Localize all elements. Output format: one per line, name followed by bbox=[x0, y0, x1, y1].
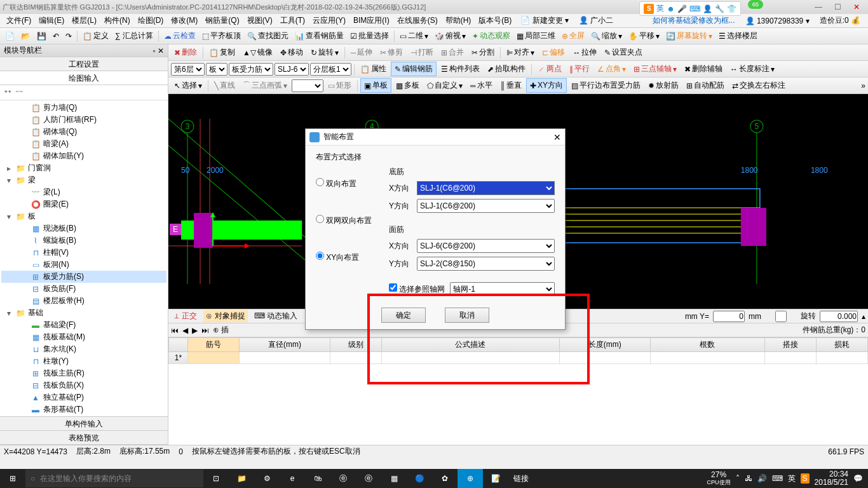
extend-button[interactable]: ─ 延伸 bbox=[348, 46, 376, 59]
tree-item[interactable]: ⌇螺旋板(B) bbox=[1, 234, 166, 247]
align-button[interactable]: ⊫ 对齐 ▾ bbox=[503, 46, 538, 59]
tree-item[interactable]: ▦筏板基础(M) bbox=[1, 331, 166, 343]
setpoint-button[interactable]: ✎ 设置夹点 bbox=[601, 46, 646, 59]
link-label[interactable]: 链接 bbox=[508, 469, 534, 488]
tree-item[interactable]: 📋剪力墙(Q) bbox=[1, 102, 166, 114]
swap-button[interactable]: ⇄ 交换左右标注 bbox=[729, 79, 789, 92]
find-button[interactable]: 🔍 查找图元 bbox=[245, 29, 291, 43]
code-select[interactable]: SLJ-6 bbox=[275, 63, 309, 76]
menu-online[interactable]: 在线服务(S) bbox=[393, 14, 442, 27]
multi-button[interactable]: ▦ 多板 bbox=[393, 79, 423, 92]
new-icon[interactable]: 📄 bbox=[3, 30, 17, 42]
tab-draw-input[interactable]: 绘图输入 bbox=[0, 71, 168, 85]
col-length[interactable]: 长度(mm) bbox=[559, 338, 650, 352]
axis-checkbox[interactable]: 选择参照轴网 bbox=[389, 283, 445, 295]
tab-table-preview[interactable]: 表格预览 bbox=[0, 431, 168, 445]
single-button[interactable]: ▣ 单板 bbox=[360, 78, 391, 93]
app-icon-3[interactable]: 🔵 bbox=[407, 469, 432, 488]
tray-ime-icon[interactable]: 英 bbox=[788, 473, 796, 484]
tray-notifications-icon[interactable]: 💬 bbox=[853, 474, 863, 483]
menu-draw[interactable]: 绘图(D) bbox=[134, 14, 168, 27]
custom-button[interactable]: ⬠ 自定义 ▾ bbox=[424, 79, 466, 92]
tray-keyboard-icon[interactable]: ⌨ bbox=[772, 474, 783, 483]
bottom-y-select[interactable]: SLJ-1(C6@200) bbox=[417, 199, 555, 213]
radio-bidirectional[interactable]: 双向布置 bbox=[316, 178, 386, 189]
2d-button[interactable]: ▭ 二维 ▾ bbox=[397, 29, 431, 43]
merge-button[interactable]: ⊞ 合并 bbox=[438, 46, 467, 59]
tree-item[interactable]: 〰梁(L) bbox=[1, 186, 166, 198]
nav-next-icon[interactable]: ▶ bbox=[192, 326, 198, 335]
menu-bim[interactable]: BIM应用(I) bbox=[349, 14, 393, 27]
tree-item[interactable]: 📋人防门框墙(RF) bbox=[1, 114, 166, 126]
fullscreen-button[interactable]: ⊕ 全屏 bbox=[559, 29, 587, 43]
local3d-button[interactable]: ▦ 局部三维 bbox=[514, 29, 558, 43]
line-button[interactable]: ╲ 直线 bbox=[211, 79, 238, 92]
open-icon[interactable]: 📂 bbox=[18, 30, 33, 42]
current-app-icon[interactable]: ⊕ bbox=[458, 469, 483, 488]
rect-button[interactable]: ▭ 矩形 bbox=[325, 79, 355, 92]
save-icon[interactable]: 💾 bbox=[34, 30, 49, 42]
ime-toolbar[interactable]: S 英 ☻ 🎤 ⌨ 👤 🔧 👕 bbox=[639, 1, 741, 16]
menu-floor[interactable]: 楼层(L) bbox=[68, 14, 100, 27]
tree-item[interactable]: 📋砌体加筋(Y) bbox=[1, 150, 166, 162]
delete-button[interactable]: ✖ 删除 bbox=[171, 46, 200, 59]
col-diameter[interactable]: 直径(mm) bbox=[240, 338, 330, 352]
arc-button[interactable]: ⌒ 三点画弧 ▾ bbox=[240, 79, 290, 92]
minimize-button[interactable]: — bbox=[810, 1, 827, 13]
menu-tools[interactable]: 工具(T) bbox=[276, 14, 309, 27]
menu-component[interactable]: 构件(N) bbox=[100, 14, 134, 27]
menu-version[interactable]: 版本号(B) bbox=[475, 14, 515, 27]
edge-button[interactable]: ▤ 平行边布置受力筋 bbox=[568, 79, 644, 92]
top-x-select[interactable]: SLJ-6(C6@200) bbox=[417, 239, 555, 253]
menu-modify[interactable]: 修改(M) bbox=[167, 14, 201, 27]
length-dim-button[interactable]: ↔ 长度标注 ▾ bbox=[727, 62, 778, 76]
component-select[interactable]: 板 bbox=[206, 63, 227, 76]
radio-xy[interactable]: XY向布置 bbox=[316, 252, 386, 263]
two-point-button[interactable]: ⟋ 两点 bbox=[534, 62, 565, 76]
tree-item[interactable]: ▾📁梁 bbox=[1, 174, 166, 186]
app-icon-5[interactable]: 📝 bbox=[483, 469, 508, 488]
menu-help[interactable]: 帮助(H) bbox=[442, 14, 475, 27]
dialog-titlebar[interactable]: 智能布置 ✕ bbox=[306, 129, 565, 146]
tree-item[interactable]: ⊞板受力筋(S) bbox=[1, 271, 166, 283]
angle-button[interactable]: ∠ 点角 ▾ bbox=[594, 62, 629, 76]
undo-icon[interactable]: ↶ bbox=[50, 30, 62, 42]
maximize-button[interactable]: ☐ bbox=[829, 1, 846, 13]
mirror-button[interactable]: ▲▽ 镜像 bbox=[240, 46, 276, 59]
tray-volume-icon[interactable]: 🔊 bbox=[757, 474, 767, 483]
tree-item[interactable]: 📋砌体墙(Q) bbox=[1, 126, 166, 138]
parallel-button[interactable]: ∥ 平行 bbox=[566, 62, 593, 76]
pan-button[interactable]: ✋ 平移 ▾ bbox=[626, 29, 662, 43]
rotate-checkbox[interactable] bbox=[765, 311, 797, 322]
tree-item[interactable]: ▸📁门窗洞 bbox=[1, 162, 166, 174]
tree-item[interactable]: ⊔集水坑(K) bbox=[1, 343, 166, 355]
trim-button[interactable]: ✂ 修剪 bbox=[377, 46, 406, 59]
tray-network-icon[interactable]: 🖧 bbox=[745, 474, 752, 483]
tree-item[interactable]: 📋暗梁(A) bbox=[1, 138, 166, 150]
tab-project-settings[interactable]: 工程设置 bbox=[0, 57, 168, 71]
snap-toggle[interactable]: ⊙ 对象捕捉 bbox=[203, 310, 247, 322]
tree-item[interactable]: ▾📁板 bbox=[1, 210, 166, 222]
col-loss[interactable]: 损耗 bbox=[816, 338, 867, 352]
level-button[interactable]: ═ 水平 bbox=[467, 79, 496, 92]
comp-list-button[interactable]: ☰ 构件列表 bbox=[438, 62, 483, 76]
tree-item[interactable]: ▬条形基础(T) bbox=[1, 403, 166, 416]
define-button[interactable]: 📋 定义 bbox=[80, 29, 111, 43]
template-select[interactable]: 分层板1 bbox=[310, 63, 351, 76]
ok-button[interactable]: 确定 bbox=[381, 308, 426, 323]
tray-clock[interactable]: 20:342018/5/21 bbox=[815, 470, 848, 487]
col-level[interactable]: 级别 bbox=[330, 338, 381, 352]
cancel-button[interactable]: 取消 bbox=[445, 308, 489, 323]
tree-item[interactable]: ▬基础梁(F) bbox=[1, 319, 166, 331]
close-button[interactable]: ✕ bbox=[848, 1, 865, 13]
rebar-table[interactable]: 筋号 直径(mm) 级别 公式描述 长度(mm) 根数 搭接 损耗 1* bbox=[168, 337, 868, 445]
zoom-button[interactable]: 🔍 缩放 ▾ bbox=[588, 29, 625, 43]
cloud-check-button[interactable]: ☁ 云检查 bbox=[161, 29, 198, 43]
tray-sogou-icon[interactable]: S bbox=[801, 473, 810, 484]
tree-item[interactable]: ⊟筏板负筋(X) bbox=[1, 379, 166, 391]
tree-item[interactable]: ▲独立基础(P) bbox=[1, 391, 166, 403]
help-link[interactable]: 如何将基础梁修改为框... bbox=[648, 14, 740, 27]
sum-button[interactable]: ∑ 汇总计算 bbox=[112, 29, 156, 43]
edit-rebar-button[interactable]: ✎ 编辑钢筋 bbox=[391, 62, 437, 76]
nav-first-icon[interactable]: ⏮ bbox=[171, 326, 179, 335]
